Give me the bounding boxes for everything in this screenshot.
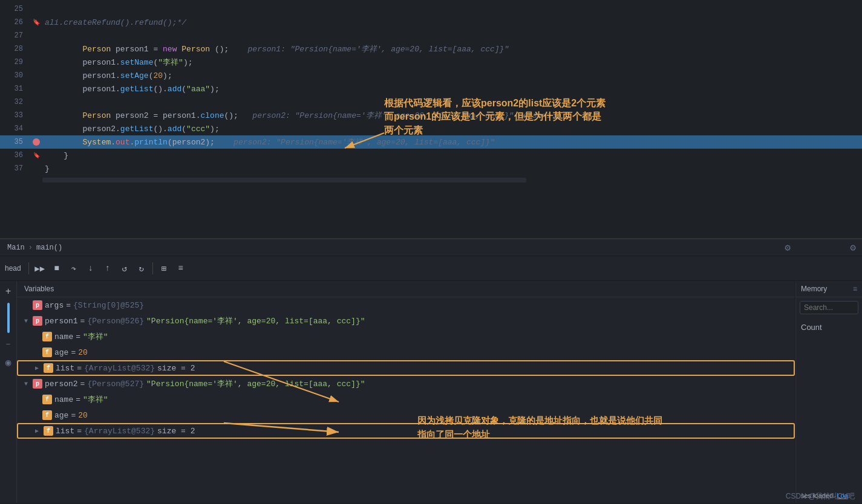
toolbar-btn-run-to[interactable]: ↺ [117,260,132,276]
toolbar-btn-grid[interactable]: ⊞ [156,260,172,276]
gutter-35 [30,138,42,146]
plain-33a: person2 = person1. [116,111,200,120]
left-btn-2[interactable]: ◉ [2,356,15,369]
system-35: System [82,138,111,147]
variables-panel-header: Variables [17,281,795,297]
icon-p1-name: f [42,332,52,341]
var-name-p1-list: list [56,364,74,373]
plain-31c: ( [181,85,186,94]
out-35: out [116,138,129,147]
breadcrumb-main: Main [7,244,25,252]
toolbar-btn-stop[interactable]: ■ [49,260,65,276]
memory-label: Memory [801,285,827,293]
var-name-p2-age: age [54,411,68,420]
var-item-p2-list[interactable]: f list = {ArrayList@532} size = 2 [17,423,795,439]
plain-28b: (); [215,45,243,54]
icon-person2: p [33,379,42,389]
var-eq-p1-name: = [76,332,80,341]
icon-p1-list: f [44,363,53,373]
var-item-p2-name[interactable]: f name = "李祥" [17,392,795,407]
plain-29c: ); [183,58,193,67]
expand-p1-list[interactable] [33,364,41,372]
panel-controls: ≡ [853,285,857,293]
code-line-25: 25 [0,2,862,16]
var-str-person2: "Persion{name='李祥', age=20, list=[aaa, c… [146,378,365,389]
plain-35c: (person2); [168,138,229,147]
toolbar-sep-1 [28,262,29,274]
type-person1: Person [82,45,111,54]
variables-panel-title: Variables [24,285,54,293]
var-eq-p2-name: = [76,395,80,404]
code-line-36: 36 🔖 } [0,149,862,162]
plain-37: } [45,164,50,173]
left-btn-1[interactable]: − [2,338,15,351]
var-val-p2-age: 20 [78,411,88,420]
line-num-36: 36 [0,151,30,160]
code-content-31: person1.getList().add("aaa"); [42,85,862,94]
memory-search-input[interactable] [800,301,858,314]
var-eq-args: = [66,301,71,310]
expand-p2-list[interactable] [33,427,41,435]
line-num-32: 32 [0,98,30,106]
var-item-person1[interactable]: p person1 = {Person@526} "Persion{name='… [17,313,795,329]
plain-34d: ); [210,124,220,134]
toolbar-btn-step-over[interactable]: ↷ [66,260,82,276]
expand-person1[interactable] [22,317,30,325]
expand-person2[interactable] [22,380,30,388]
active-indicator [7,303,10,333]
icon-args: p [33,300,42,310]
horizontal-scrollbar[interactable] [42,178,526,183]
memory-content [796,337,862,488]
var-str-person1: "Persion{name='李祥', age=20, list=[aaa, c… [146,315,365,326]
var-eq-p2-age: = [71,411,76,420]
toolbar-btn-step-into[interactable]: ↓ [83,260,99,276]
var-item-args[interactable]: p args = {String[0]@525} [17,297,795,313]
var-item-p1-name[interactable]: f name = "李祥" [17,329,795,344]
var-item-p1-age[interactable]: f age = 20 [17,344,795,360]
code-line-27: 27 [0,29,862,42]
num-30: 20 [153,71,163,80]
toolbar-btn-step-out[interactable]: ↑ [100,260,116,276]
add-variable-btn[interactable]: + [2,286,15,298]
toolbar-btn-resume[interactable]: ▶▶ [32,260,48,276]
plain-35a: . [111,138,116,147]
plain-34a: person2. [82,124,120,134]
toolbar-btn-eval[interactable]: ↻ [134,260,149,276]
code-line-28: 28 Person person1 = new Person (); perso… [0,42,862,56]
line-num-27: 27 [0,31,30,40]
var-val-p1-list: {ArrayList@532} [84,364,155,373]
code-line-26: 26 🔖 ali.createRefund().refund();*/ [0,16,862,29]
var-name-p2-list: list [56,427,74,436]
line-num-25: 25 [0,5,30,13]
icon-p2-age: f [42,410,52,420]
var-item-p2-age[interactable]: f age = 20 [17,407,795,423]
plain-34c: ( [181,124,186,134]
var-name-person2: person2 [45,380,78,389]
code-line-31: 31 person1.getList().add("aaa"); [0,82,862,95]
code-content-37: } [42,164,862,173]
var-size-p1-list: size = 2 [157,364,195,373]
toolbar-area: head ▶▶ ■ ↷ ↓ ↑ ↺ ↻ ⊞ ≡ [0,256,862,281]
breadcrumb-sep: › [28,244,33,252]
var-eq-p1-age: = [71,348,76,357]
var-item-p1-list[interactable]: f list = {ArrayList@532} size = 2 [17,360,795,376]
toolbar-btn-list[interactable]: ≡ [173,260,189,276]
gutter-26: 🔖 [30,19,42,26]
icon-p2-name: f [42,395,52,404]
settings-icon[interactable]: ⚙ [785,242,791,254]
type-person2: Person [82,111,111,120]
plain-30a: person1. [82,71,120,80]
var-val-p2-name: "李祥" [83,394,108,405]
settings-icon-2[interactable]: ⚙ [850,242,856,254]
annotation-33: person2: "Persion{name='李祥', age=20, lis… [252,111,556,120]
code-content-29: person1.setName("李祥"); [42,57,862,68]
var-item-person2[interactable]: p person2 = {Person@527} "Persion{name='… [17,376,795,392]
line-num-31: 31 [0,85,30,93]
plain-31d: ); [210,85,220,94]
plain-33b: (); [224,111,248,120]
str-31: "aaa" [186,85,210,94]
toolbar-sep-2 [152,262,153,274]
plain-34b: (). [153,124,167,134]
plain-28a: person1 = [116,45,163,54]
var-name-p1-age: age [54,348,68,357]
